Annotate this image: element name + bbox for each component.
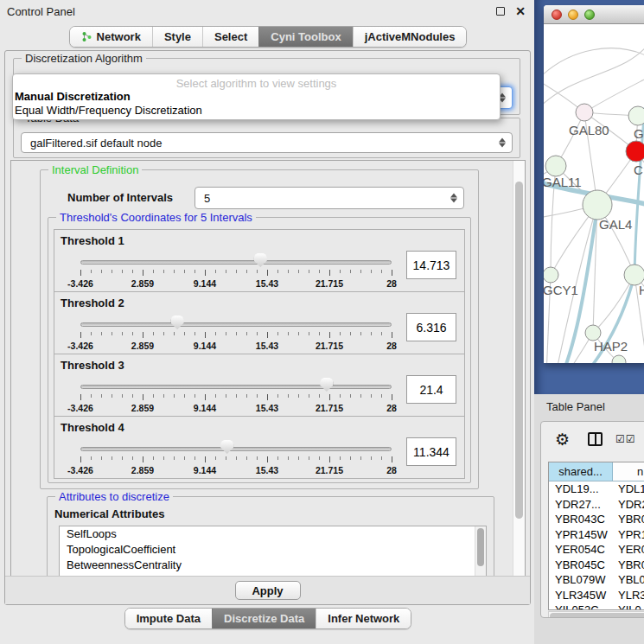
major-tick [267,456,268,462]
column-header-shared-name[interactable]: shared... [549,462,613,481]
split-panel-icon[interactable] [588,432,603,446]
minor-tick [257,270,258,273]
slider-track[interactable] [80,260,392,265]
cell-shared-name[interactable]: YLR345W [549,588,613,603]
minor-tick [132,270,133,273]
list-scrollbar-thumb[interactable] [477,528,484,566]
float-window-icon[interactable] [496,7,505,16]
tick-label: 15.43 [256,465,278,475]
threshold-value-field[interactable]: 14.713 [406,251,456,279]
tab-jactivemnodules[interactable]: jActiveMNodules [353,27,467,47]
threshold-value-field[interactable]: 6.316 [406,313,456,341]
minor-tick [163,456,164,460]
column-header-name[interactable]: n [613,462,644,481]
table-row[interactable]: YBR043CYBR0 [549,512,644,527]
network-edge[interactable] [544,48,644,78]
cell-name[interactable]: YER0 [613,542,644,558]
table-horizontal-scrollbar[interactable] [548,611,644,618]
cell-name[interactable]: YDR2 [613,497,644,513]
network-node-gal4[interactable] [583,190,612,220]
number-of-intervals-combobox[interactable]: 5 [194,187,464,209]
close-traffic-light-icon[interactable] [552,10,562,20]
zoom-traffic-light-icon[interactable] [584,10,595,20]
table-row[interactable]: YPR145WYPR1 [549,527,644,543]
threshold-value-field[interactable]: 11.344 [406,437,456,466]
apply-button[interactable]: Apply [235,581,301,600]
minor-tick [381,332,382,335]
table-data-combobox[interactable]: galFiltered.sif default node [21,132,513,153]
minor-tick [371,270,372,273]
cell-shared-name[interactable]: YBL079W [549,572,613,588]
cell-name[interactable]: YPR1 [613,527,644,543]
threshold-slider[interactable]: -3.4262.8599.14415.4321.71528 [80,316,392,354]
table-panel-title: Table Panel [534,400,605,413]
minimize-traffic-light-icon[interactable] [568,10,578,20]
network-edge[interactable] [544,43,644,107]
table-row[interactable]: YDL19...YDL1 [549,481,644,497]
attribute-item[interactable]: TopologicalCoefficient [60,542,486,558]
network-canvas[interactable]: GAL80GCGAL11GAL4GCY1HHAP2 [544,24,644,363]
close-panel-icon[interactable]: ✕ [515,4,526,18]
attribute-item[interactable]: BetweennessCentrality [60,558,486,573]
cell-name[interactable]: YBR0 [613,558,644,573]
cell-name[interactable]: YLR3 [613,588,644,603]
cell-name[interactable]: YIL0 [613,603,644,610]
select-columns-checkboxes-icon[interactable]: ☑☑ [615,433,636,445]
list-scrollbar[interactable] [475,526,486,577]
network-node-gcy1[interactable] [544,267,558,283]
settings-scrollbar-thumb[interactable] [515,182,523,519]
table-row[interactable]: YLR345WYLR3 [549,588,644,603]
slider-track[interactable] [80,447,392,451]
tab-discretize-data[interactable]: Discretize Data [212,609,316,628]
table-row[interactable]: YIL052CYIL0 [549,603,644,610]
slider-thumb[interactable] [220,440,233,454]
minor-tick [153,394,154,398]
tick-label: 28 [386,465,397,475]
gear-icon[interactable]: ⚙ [555,430,570,450]
network-node-gal80[interactable] [576,104,593,121]
threshold-value-field[interactable]: 21.4 [406,375,456,404]
table-row[interactable]: YBL079WYBL0 [549,572,644,588]
cell-shared-name[interactable]: YDR27... [549,497,613,513]
table-hscrollbar-thumb[interactable] [550,613,644,618]
cell-shared-name[interactable]: YBR043C [549,512,613,527]
cell-shared-name[interactable]: YIL052C [549,603,613,610]
network-node-c[interactable] [626,141,644,162]
minor-tick [236,456,237,460]
settings-vertical-scrollbar[interactable] [513,161,525,577]
tab-label: Cyni Toolbox [271,27,341,47]
threshold-slider[interactable]: -3.4262.8599.14415.4321.71528 [80,378,392,416]
table-row[interactable]: YER054CYER0 [549,542,644,558]
table-row[interactable]: YBR045CYBR0 [549,558,644,573]
tab-style[interactable]: Style [152,27,202,47]
tab-select[interactable]: Select [202,27,258,47]
algorithm-option-equal-width[interactable]: Equal Width/Frequency Discretization [13,104,500,118]
threshold-slider[interactable]: -3.4262.8599.14415.4321.71528 [80,440,392,478]
cell-name[interactable]: YBR0 [613,512,644,527]
threshold-slider[interactable]: -3.4262.8599.14415.4321.71528 [80,253,392,291]
slider-track[interactable] [80,385,392,389]
cell-shared-name[interactable]: YBR045C [549,558,613,573]
tab-cyni-toolbox[interactable]: Cyni Toolbox [258,27,352,47]
table-data-value: galFiltered.sif default node [30,137,162,150]
network-window-titlebar [544,5,644,24]
table-row[interactable]: YDR27...YDR2 [549,497,644,513]
algorithm-option-manual[interactable]: Manual Discretization [13,90,500,104]
slider-thumb[interactable] [171,316,184,329]
cell-shared-name[interactable]: YPR145W [549,527,613,543]
cell-shared-name[interactable]: YER054C [549,542,613,558]
cell-shared-name[interactable]: YDL19... [549,481,613,497]
slider-thumb[interactable] [320,378,333,392]
network-node-gal11[interactable] [545,156,566,176]
tab-impute-data[interactable]: Impute Data [125,609,212,628]
slider-thumb[interactable] [254,253,267,267]
network-node[interactable] [612,355,626,363]
cell-name[interactable]: YBL0 [613,572,644,588]
tab-network[interactable]: Network [70,27,152,47]
cell-name[interactable]: YDL1 [613,481,644,497]
tab-infer-network[interactable]: Infer Network [316,609,411,628]
network-node-g[interactable] [628,106,644,125]
minor-tick [226,394,226,398]
attribute-item[interactable]: SelfLoops [60,526,486,542]
slider-track[interactable] [80,322,392,327]
